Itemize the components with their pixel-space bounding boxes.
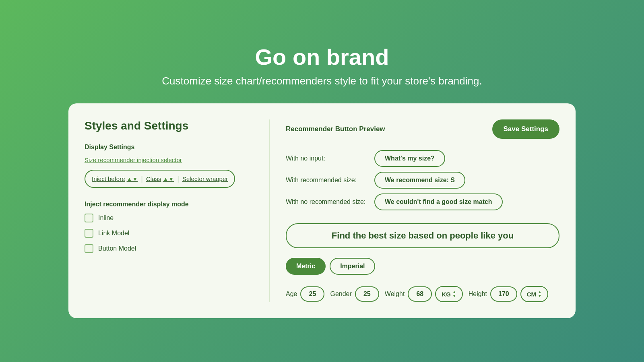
height-value[interactable]: 170 xyxy=(490,286,517,302)
checkbox-inline: Inline xyxy=(85,214,253,222)
checkbox-inline-label: Inline xyxy=(98,214,114,222)
inject-before-label: Inject before xyxy=(92,175,125,182)
metric-button[interactable]: Metric xyxy=(286,258,326,275)
measurement-row: Age 25 Gender 25 Weight 68 KG ▲▼ Height … xyxy=(286,286,559,302)
preview-row-no-input: With no input: What's my size? xyxy=(286,150,559,167)
preview-row-recommended-label: With recommended size: xyxy=(286,177,366,184)
display-mode-label: Inject recommender display mode xyxy=(85,201,253,208)
selector-row: Inject before ▲▼ | Class ▲▼ | Selector w… xyxy=(85,170,235,188)
age-group: Age 25 xyxy=(286,286,324,302)
weight-unit-spinner[interactable]: ▲▼ xyxy=(452,290,456,298)
inject-before-item[interactable]: Inject before ▲▼ xyxy=(92,175,138,182)
right-header: Recommender Button Preview Save Settings xyxy=(286,119,559,139)
weight-group: Weight 68 KG ▲▼ xyxy=(385,286,463,302)
selector-divider-1: | xyxy=(141,175,143,183)
weight-value[interactable]: 68 xyxy=(408,286,432,302)
weight-label: Weight xyxy=(385,290,405,298)
checkbox-inline-box[interactable] xyxy=(85,214,93,222)
checkbox-link-model-label: Link Model xyxy=(98,230,129,237)
preview-rows: With no input: What's my size? With reco… xyxy=(286,150,559,210)
main-card: Styles and Settings Display Settings Siz… xyxy=(68,103,576,318)
preview-row-no-recommended: With no recommended size: We couldn't fi… xyxy=(286,193,559,210)
height-unit-box[interactable]: CM ▲▼ xyxy=(520,286,548,302)
checkbox-link-model-box[interactable] xyxy=(85,229,93,238)
preview-btn-no-recommended[interactable]: We couldn't find a good size match xyxy=(374,193,503,210)
preview-btn-no-input[interactable]: What's my size? xyxy=(374,150,445,167)
weight-unit-label: KG xyxy=(442,291,451,298)
inject-before-spinner[interactable]: ▲▼ xyxy=(127,176,138,182)
preview-row-no-input-label: With no input: xyxy=(286,155,366,162)
height-unit-spinner[interactable]: ▲▼ xyxy=(538,290,542,298)
checkbox-link-model: Link Model xyxy=(85,229,253,238)
unit-toggle: Metric Imperial xyxy=(286,258,559,275)
age-value[interactable]: 25 xyxy=(300,286,324,302)
checkbox-button-model-label: Button Model xyxy=(98,245,136,252)
display-mode-section: Inline Link Model Button Model xyxy=(85,214,253,253)
preview-row-recommended: With recommended size: We recommend size… xyxy=(286,172,559,189)
class-item[interactable]: Class ▲▼ xyxy=(146,175,174,182)
age-label: Age xyxy=(286,290,297,298)
selector-divider-2: | xyxy=(177,175,179,183)
selector-wrapper-label: Selector wrapper xyxy=(182,175,228,182)
imperial-button[interactable]: Imperial xyxy=(330,258,375,275)
height-label: Height xyxy=(469,290,487,298)
height-unit-label: CM xyxy=(527,291,536,298)
gender-label: Gender xyxy=(330,290,351,298)
preview-row-no-recommended-label: With no recommended size: xyxy=(286,198,366,206)
page-subtitle: Customize size chart/recommenders style … xyxy=(162,75,482,87)
preview-btn-recommended[interactable]: We recommend size: S xyxy=(374,172,465,189)
checkbox-button-model-box[interactable] xyxy=(85,244,93,253)
left-panel: Styles and Settings Display Settings Siz… xyxy=(85,119,270,302)
page-header: Go on brand Customize size chart/recomme… xyxy=(162,44,482,87)
display-settings-label: Display Settings xyxy=(85,144,253,151)
gender-group: Gender 25 xyxy=(330,286,379,302)
class-spinner[interactable]: ▲▼ xyxy=(163,176,174,182)
checkbox-button-model: Button Model xyxy=(85,244,253,253)
gender-value[interactable]: 25 xyxy=(355,286,379,302)
selector-wrapper-item[interactable]: Selector wrapper xyxy=(182,175,228,182)
recommender-banner[interactable]: Find the best size based on people like … xyxy=(286,223,559,248)
preview-label: Recommender Button Preview xyxy=(286,125,385,133)
injection-selector-link[interactable]: Size recommender injection selector xyxy=(85,156,253,163)
save-settings-button[interactable]: Save Settings xyxy=(492,119,560,139)
page-title: Go on brand xyxy=(162,44,482,70)
class-label: Class xyxy=(146,175,161,182)
right-panel: Recommender Button Preview Save Settings… xyxy=(286,119,559,302)
panel-title: Styles and Settings xyxy=(85,119,253,132)
height-group: Height 170 CM ▲▼ xyxy=(469,286,548,302)
weight-unit-box[interactable]: KG ▲▼ xyxy=(435,286,462,302)
